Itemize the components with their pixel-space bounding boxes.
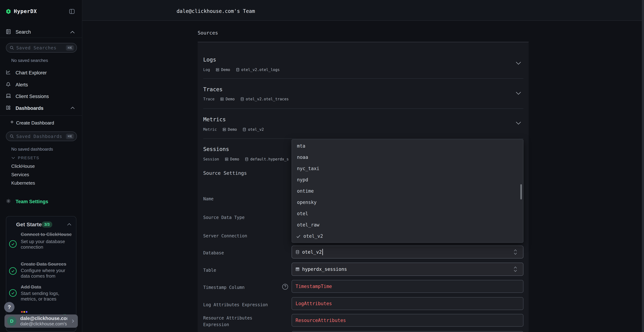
presets-header[interactable]: PRESETS [18,156,39,160]
resource-attributes-value: ResourceAttributes [296,318,346,323]
chevron-up-icon[interactable] [70,31,75,34]
log-attributes-value: LogAttributes [296,301,332,306]
divider [203,138,524,139]
chevron-down-icon[interactable] [516,62,521,65]
chevron-up-icon[interactable] [70,106,75,109]
sidebar-item-client-sessions[interactable]: Client Sessions [16,94,49,99]
sidebar-item-dashboards[interactable]: Dashboards [16,106,44,111]
source-type: Trace [203,97,214,101]
dropdown-option-otel[interactable]: otel [292,208,523,219]
get-started-title: Get Started [16,222,45,228]
source-type: Metric [203,127,217,132]
server-icon [220,97,224,101]
log-attributes-label: Log Attributes Expression [203,302,278,308]
dropdown-option-mta[interactable]: mta [292,140,523,152]
table-name: otel_v2.otel_traces [246,97,289,101]
chevron-down-icon[interactable] [12,157,15,159]
table-select[interactable]: hyperdx_sessions [292,262,524,276]
journal-icon [6,29,11,34]
user-menu[interactable]: D dale@clickhouse.com dale@clickhouse.co… [4,314,78,328]
timestamp-value: TimestampTime [296,284,332,289]
select-stepper-icon[interactable] [513,249,518,255]
page-scrollbar[interactable] [642,0,644,332]
preset-clickhouse[interactable]: ClickHouse [11,164,35,169]
saved-searches-placeholder: Saved Searches [16,45,66,50]
chevron-up-icon[interactable] [67,223,72,226]
table-name: otel_v2 [248,127,264,132]
source-data-type-label: Source Data Type [203,214,278,221]
avatar: D [7,316,16,326]
server-icon [216,68,220,72]
dropdown-option-nyc-taxi[interactable]: nyc_taxi [292,163,523,174]
source-type: Session [203,157,219,161]
resource-attributes-input[interactable]: ResourceAttributes [292,314,524,327]
laptop-icon [6,94,11,98]
chevron-down-icon[interactable] [516,122,521,125]
database-icon [244,157,249,161]
divider [0,38,82,38]
check-circle-icon [9,267,17,275]
table-label: Table [203,267,278,274]
get-started-step-connect[interactable]: Connect to ClickHouse Set up your databa… [9,231,74,250]
database-select[interactable]: otel_v2 [292,246,524,258]
get-started-step-sources[interactable]: Create Data Sources Configure where your… [9,261,74,279]
source-card-meta: Log Demo otel_v2.otel_logs [203,68,280,72]
top-bar: dale@clickhouse.com's Team [82,0,644,21]
next-field-partial[interactable] [292,331,524,332]
shortcut-badge: ⌘K [66,134,74,139]
select-stepper-icon[interactable] [513,266,518,272]
timestamp-column-input[interactable]: TimestampTime [292,280,524,293]
saved-dashboards-placeholder: Saved Dashboards [16,134,66,139]
server-icon [222,127,226,132]
chevron-right-icon [71,319,75,324]
connection-name: Demo [221,68,230,72]
bell-icon [6,82,11,87]
dropdown-option-ontime[interactable]: ontime [292,186,523,197]
sidebar-item-chart-explorer[interactable]: Chart Explorer [16,70,47,76]
gear-icon [6,198,11,204]
preset-kubernetes[interactable]: Kubernetes [11,180,35,186]
dropdown-option-opensky[interactable]: opensky [292,197,523,208]
sidebar-collapse-icon[interactable] [69,9,75,14]
preset-services[interactable]: Services [11,172,29,178]
saved-searches-input[interactable]: Saved Searches ⌘K [6,43,77,52]
step-desc: Start sending logs, metrics, or traces [21,291,74,302]
log-attributes-input[interactable]: LogAttributes [292,297,524,310]
step-desc: Set up your database connection [21,239,74,250]
dropdown-option-otel-raw[interactable]: otel_raw [292,219,523,230]
saved-dashboards-input[interactable]: Saved Dashboards ⌘K [6,132,77,141]
check-circle-icon [9,240,17,248]
help-button[interactable]: ? [4,302,14,312]
step-title: Create Data Sources [21,261,74,268]
no-saved-dashboards-note: No saved dashboards [11,147,53,152]
divider [203,78,524,79]
sidebar-section-search[interactable]: Search [16,29,31,35]
get-started-step-add-data[interactable]: Add Data Start sending logs, metrics, or… [9,284,74,302]
chevron-down-icon[interactable] [516,92,521,95]
table-name: otel_v2.otel_logs [241,68,280,72]
dashboards-icon [6,105,11,110]
chart-explorer-icon [6,70,11,75]
text-caret [322,249,323,255]
server-icon [224,157,229,161]
name-label: Name [203,196,278,202]
sidebar: HyperDX Search Saved Searches ⌘ [0,0,82,332]
table-value: hyperdx_sessions [302,266,347,272]
check-circle-icon [9,289,17,297]
dropdown-option-otel-v2[interactable]: otel_v2 [292,230,523,242]
help-tooltip-icon[interactable] [282,283,289,290]
database-icon [240,97,244,101]
source-card-meta: Session Demo default.hyperdx_s [203,157,292,161]
source-card-title-metrics: Metrics [203,116,226,122]
source-card-title-sessions: Sessions [203,146,229,152]
sidebar-item-alerts[interactable]: Alerts [16,82,28,88]
check-icon [296,234,301,239]
dropdown-option-nypd[interactable]: nypd [292,174,523,186]
sidebar-item-team-settings[interactable]: Team Settings [16,199,48,204]
create-dashboard-button[interactable]: Create Dashboard [16,120,54,126]
database-value: otel_v2 [302,249,322,255]
source-settings-title: Source Settings [203,170,247,176]
dropdown-scrollbar[interactable] [520,184,522,200]
dropdown-option-noaa[interactable]: noaa [292,152,523,163]
brand-name: HyperDX [14,8,37,14]
